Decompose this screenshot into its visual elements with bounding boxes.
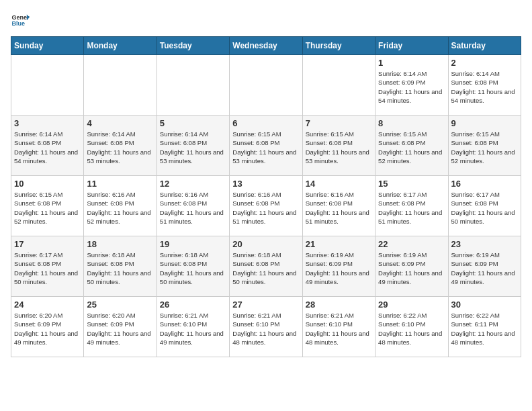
calendar-cell: 7 Sunrise: 6:15 AMSunset: 6:08 PMDayligh… <box>302 116 375 176</box>
cell-info: Sunrise: 6:19 AMSunset: 6:09 PMDaylight:… <box>306 250 372 286</box>
day-number: 9 <box>451 118 518 128</box>
cell-info: Sunrise: 6:19 AMSunset: 6:09 PMDaylight:… <box>378 250 445 286</box>
day-number: 1 <box>378 58 445 68</box>
calendar-cell <box>11 55 84 116</box>
calendar-cell: 24 Sunrise: 6:20 AMSunset: 6:09 PMDaylig… <box>11 297 84 357</box>
calendar-cell: 28 Sunrise: 6:21 AMSunset: 6:10 PMDaylig… <box>302 297 375 357</box>
calendar-cell: 5 Sunrise: 6:14 AMSunset: 6:08 PMDayligh… <box>157 116 229 176</box>
calendar-cell: 25 Sunrise: 6:20 AMSunset: 6:09 PMDaylig… <box>84 297 157 357</box>
day-number: 26 <box>160 300 226 310</box>
calendar-cell: 17 Sunrise: 6:17 AMSunset: 6:08 PMDaylig… <box>11 236 84 297</box>
day-number: 10 <box>14 179 81 189</box>
cell-info: Sunrise: 6:14 AMSunset: 6:09 PMDaylight:… <box>378 69 445 105</box>
calendar-cell: 14 Sunrise: 6:16 AMSunset: 6:08 PMDaylig… <box>302 176 375 236</box>
day-number: 8 <box>378 118 445 128</box>
cell-info: Sunrise: 6:15 AMSunset: 6:08 PMDaylight:… <box>378 130 445 165</box>
day-number: 5 <box>160 118 226 128</box>
cell-info: Sunrise: 6:16 AMSunset: 6:08 PMDaylight:… <box>160 190 226 226</box>
cell-info: Sunrise: 6:18 AMSunset: 6:08 PMDaylight:… <box>232 250 299 286</box>
calendar-week-2: 3 Sunrise: 6:14 AMSunset: 6:08 PMDayligh… <box>11 116 521 176</box>
day-number: 24 <box>14 300 81 310</box>
calendar-cell: 22 Sunrise: 6:19 AMSunset: 6:09 PMDaylig… <box>375 236 448 297</box>
calendar-cell: 26 Sunrise: 6:21 AMSunset: 6:10 PMDaylig… <box>157 297 229 357</box>
calendar-cell: 15 Sunrise: 6:17 AMSunset: 6:08 PMDaylig… <box>375 176 448 236</box>
day-number: 14 <box>306 179 372 189</box>
cell-info: Sunrise: 6:21 AMSunset: 6:10 PMDaylight:… <box>160 311 226 347</box>
cell-info: Sunrise: 6:15 AMSunset: 6:08 PMDaylight:… <box>306 130 372 165</box>
calendar-cell <box>230 55 302 116</box>
logo: General Blue <box>11 11 30 30</box>
cell-info: Sunrise: 6:14 AMSunset: 6:08 PMDaylight:… <box>451 69 518 105</box>
day-number: 28 <box>306 300 372 310</box>
calendar-cell: 8 Sunrise: 6:15 AMSunset: 6:08 PMDayligh… <box>375 116 448 176</box>
cell-info: Sunrise: 6:15 AMSunset: 6:08 PMDaylight:… <box>232 130 299 165</box>
day-header-saturday: Saturday <box>448 37 521 55</box>
day-number: 6 <box>232 118 299 128</box>
calendar-cell: 12 Sunrise: 6:16 AMSunset: 6:08 PMDaylig… <box>157 176 229 236</box>
day-header-tuesday: Tuesday <box>157 37 229 55</box>
day-number: 19 <box>160 239 226 249</box>
svg-text:Blue: Blue <box>11 20 25 27</box>
cell-info: Sunrise: 6:17 AMSunset: 6:08 PMDaylight:… <box>451 190 518 226</box>
calendar-cell: 29 Sunrise: 6:22 AMSunset: 6:10 PMDaylig… <box>375 297 448 357</box>
calendar-cell: 13 Sunrise: 6:16 AMSunset: 6:08 PMDaylig… <box>230 176 302 236</box>
cell-info: Sunrise: 6:14 AMSunset: 6:08 PMDaylight:… <box>160 130 226 165</box>
day-number: 7 <box>306 118 372 128</box>
cell-info: Sunrise: 6:15 AMSunset: 6:08 PMDaylight:… <box>451 130 518 165</box>
cell-info: Sunrise: 6:21 AMSunset: 6:10 PMDaylight:… <box>232 311 299 347</box>
day-number: 23 <box>451 239 518 249</box>
calendar-cell: 4 Sunrise: 6:14 AMSunset: 6:08 PMDayligh… <box>84 116 157 176</box>
cell-info: Sunrise: 6:20 AMSunset: 6:09 PMDaylight:… <box>14 311 81 347</box>
calendar-cell: 3 Sunrise: 6:14 AMSunset: 6:08 PMDayligh… <box>11 116 84 176</box>
day-number: 18 <box>87 239 153 249</box>
calendar-cell: 27 Sunrise: 6:21 AMSunset: 6:10 PMDaylig… <box>230 297 302 357</box>
calendar-cell: 1 Sunrise: 6:14 AMSunset: 6:09 PMDayligh… <box>375 55 448 116</box>
day-header-friday: Friday <box>375 37 448 55</box>
calendar-cell: 18 Sunrise: 6:18 AMSunset: 6:08 PMDaylig… <box>84 236 157 297</box>
cell-info: Sunrise: 6:17 AMSunset: 6:08 PMDaylight:… <box>14 250 81 286</box>
calendar-cell: 6 Sunrise: 6:15 AMSunset: 6:08 PMDayligh… <box>230 116 302 176</box>
day-number: 20 <box>232 239 299 249</box>
calendar-table: SundayMondayTuesdayWednesdayThursdayFrid… <box>11 36 521 357</box>
logo-icon: General Blue <box>11 11 30 30</box>
cell-info: Sunrise: 6:17 AMSunset: 6:08 PMDaylight:… <box>378 190 445 226</box>
cell-info: Sunrise: 6:16 AMSunset: 6:08 PMDaylight:… <box>306 190 372 226</box>
calendar-cell: 23 Sunrise: 6:19 AMSunset: 6:09 PMDaylig… <box>448 236 521 297</box>
calendar-cell <box>302 55 375 116</box>
calendar-week-4: 17 Sunrise: 6:17 AMSunset: 6:08 PMDaylig… <box>11 236 521 297</box>
calendar-cell: 11 Sunrise: 6:16 AMSunset: 6:08 PMDaylig… <box>84 176 157 236</box>
calendar-cell: 2 Sunrise: 6:14 AMSunset: 6:08 PMDayligh… <box>448 55 521 116</box>
day-header-monday: Monday <box>84 37 157 55</box>
calendar-cell: 30 Sunrise: 6:22 AMSunset: 6:11 PMDaylig… <box>448 297 521 357</box>
cell-info: Sunrise: 6:18 AMSunset: 6:08 PMDaylight:… <box>87 250 153 286</box>
calendar-cell <box>157 55 229 116</box>
cell-info: Sunrise: 6:14 AMSunset: 6:08 PMDaylight:… <box>87 130 153 165</box>
page-header: General Blue <box>11 11 521 30</box>
calendar-cell: 19 Sunrise: 6:18 AMSunset: 6:08 PMDaylig… <box>157 236 229 297</box>
cell-info: Sunrise: 6:15 AMSunset: 6:08 PMDaylight:… <box>14 190 81 226</box>
day-number: 2 <box>451 58 518 68</box>
calendar-cell: 21 Sunrise: 6:19 AMSunset: 6:09 PMDaylig… <box>302 236 375 297</box>
day-header-wednesday: Wednesday <box>230 37 302 55</box>
day-number: 22 <box>378 239 445 249</box>
calendar-header-row: SundayMondayTuesdayWednesdayThursdayFrid… <box>11 37 521 55</box>
day-number: 17 <box>14 239 81 249</box>
calendar-cell <box>84 55 157 116</box>
calendar-cell: 16 Sunrise: 6:17 AMSunset: 6:08 PMDaylig… <box>448 176 521 236</box>
day-header-thursday: Thursday <box>302 37 375 55</box>
day-number: 3 <box>14 118 81 128</box>
day-number: 21 <box>306 239 372 249</box>
day-number: 16 <box>451 179 518 189</box>
day-number: 11 <box>87 179 153 189</box>
day-number: 4 <box>87 118 153 128</box>
day-number: 29 <box>378 300 445 310</box>
calendar-week-5: 24 Sunrise: 6:20 AMSunset: 6:09 PMDaylig… <box>11 297 521 357</box>
calendar-cell: 10 Sunrise: 6:15 AMSunset: 6:08 PMDaylig… <box>11 176 84 236</box>
day-number: 25 <box>87 300 153 310</box>
calendar-cell: 9 Sunrise: 6:15 AMSunset: 6:08 PMDayligh… <box>448 116 521 176</box>
cell-info: Sunrise: 6:20 AMSunset: 6:09 PMDaylight:… <box>87 311 153 347</box>
calendar-week-3: 10 Sunrise: 6:15 AMSunset: 6:08 PMDaylig… <box>11 176 521 236</box>
calendar-cell: 20 Sunrise: 6:18 AMSunset: 6:08 PMDaylig… <box>230 236 302 297</box>
cell-info: Sunrise: 6:21 AMSunset: 6:10 PMDaylight:… <box>306 311 372 347</box>
cell-info: Sunrise: 6:14 AMSunset: 6:08 PMDaylight:… <box>14 130 81 165</box>
